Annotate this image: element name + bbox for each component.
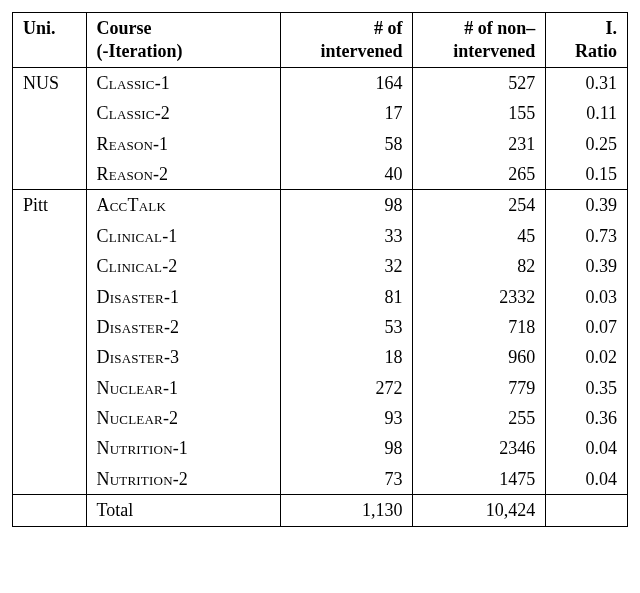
intervened-cell: 17 <box>280 98 413 128</box>
uni-cell: Pitt <box>13 190 87 221</box>
table-row: Disaster-18123320.03 <box>13 282 628 312</box>
intervened-cell: 73 <box>280 464 413 495</box>
intervened-cell: 18 <box>280 342 413 372</box>
non-intervened-cell: 265 <box>413 159 546 190</box>
course-name: Nuclear <box>97 408 163 428</box>
uni-cell <box>13 98 87 128</box>
course-suffix: -2 <box>155 103 170 123</box>
uni-cell <box>13 221 87 251</box>
intervened-cell: 81 <box>280 282 413 312</box>
table-footer: Total 1,130 10,424 <box>13 495 628 526</box>
non-intervened-cell: 45 <box>413 221 546 251</box>
course-cell: Reason-2 <box>86 159 280 190</box>
uni-cell <box>13 342 87 372</box>
ratio-cell: 0.39 <box>546 251 628 281</box>
total-nint: 10,424 <box>413 495 546 526</box>
uni-cell <box>13 464 87 495</box>
uni-cell <box>13 159 87 190</box>
ratio-cell: 0.36 <box>546 403 628 433</box>
course-suffix: -2 <box>164 317 179 337</box>
table-row: Clinical-133450.73 <box>13 221 628 251</box>
course-suffix: -3 <box>164 347 179 367</box>
intervened-cell: 40 <box>280 159 413 190</box>
course-name: Disaster <box>97 287 164 307</box>
ratio-cell: 0.73 <box>546 221 628 251</box>
course-cell: Classic-1 <box>86 67 280 98</box>
course-suffix: -1 <box>163 378 178 398</box>
intervened-cell: 164 <box>280 67 413 98</box>
course-cell: Nuclear-2 <box>86 403 280 433</box>
ratio-cell: 0.07 <box>546 312 628 342</box>
table-row: Disaster-3189600.02 <box>13 342 628 372</box>
course-suffix: -2 <box>173 469 188 489</box>
course-name: Classic <box>97 73 155 93</box>
intervened-cell: 58 <box>280 129 413 159</box>
ratio-cell: 0.04 <box>546 464 628 495</box>
course-name: Nutrition <box>97 469 173 489</box>
non-intervened-cell: 254 <box>413 190 546 221</box>
course-suffix: -2 <box>162 256 177 276</box>
ratio-cell: 0.02 <box>546 342 628 372</box>
course-name: Nuclear <box>97 378 163 398</box>
table-header: Uni. Course # of # of non– I. (-Iteratio… <box>13 13 628 68</box>
table-row: PittAccTalk982540.39 <box>13 190 628 221</box>
table-row: Nutrition-19823460.04 <box>13 433 628 463</box>
course-cell: Disaster-1 <box>86 282 280 312</box>
uni-cell: NUS <box>13 67 87 98</box>
col-int-header1: # of <box>280 13 413 41</box>
col-course-header1: Course <box>86 13 280 41</box>
total-ratio <box>546 495 628 526</box>
course-name: Disaster <box>97 347 164 367</box>
course-cell: Nutrition-1 <box>86 433 280 463</box>
course-suffix: -2 <box>153 164 168 184</box>
col-ratio-header1: I. <box>546 13 628 41</box>
table-row: Disaster-2537180.07 <box>13 312 628 342</box>
non-intervened-cell: 2346 <box>413 433 546 463</box>
non-intervened-cell: 231 <box>413 129 546 159</box>
course-name: Clinical <box>97 256 163 276</box>
table-row: Nuclear-12727790.35 <box>13 373 628 403</box>
ratio-cell: 0.25 <box>546 129 628 159</box>
course-cell: Nutrition-2 <box>86 464 280 495</box>
non-intervened-cell: 255 <box>413 403 546 433</box>
intervened-cell: 32 <box>280 251 413 281</box>
non-intervened-cell: 1475 <box>413 464 546 495</box>
course-suffix: -1 <box>162 226 177 246</box>
col-nint-header2: intervened <box>413 40 546 67</box>
table-row: Nuclear-2932550.36 <box>13 403 628 433</box>
uni-cell <box>13 403 87 433</box>
course-suffix: -1 <box>164 287 179 307</box>
course-suffix: -1 <box>173 438 188 458</box>
table-body: NUSClassic-11645270.31Classic-2171550.11… <box>13 67 628 494</box>
table-row: Classic-2171550.11 <box>13 98 628 128</box>
uni-cell <box>13 282 87 312</box>
ratio-cell: 0.15 <box>546 159 628 190</box>
course-cell: Disaster-2 <box>86 312 280 342</box>
intervened-cell: 93 <box>280 403 413 433</box>
course-name: Disaster <box>97 317 164 337</box>
table-row: Reason-2402650.15 <box>13 159 628 190</box>
intervened-cell: 98 <box>280 433 413 463</box>
intervened-cell: 272 <box>280 373 413 403</box>
ratio-cell: 0.31 <box>546 67 628 98</box>
non-intervened-cell: 779 <box>413 373 546 403</box>
total-label: Total <box>86 495 280 526</box>
ratio-cell: 0.03 <box>546 282 628 312</box>
course-cell: AccTalk <box>86 190 280 221</box>
course-cell: Clinical-1 <box>86 221 280 251</box>
uni-cell <box>13 312 87 342</box>
col-nint-header1: # of non– <box>413 13 546 41</box>
uni-cell <box>13 373 87 403</box>
total-row: Total 1,130 10,424 <box>13 495 628 526</box>
course-suffix: -1 <box>153 134 168 154</box>
uni-cell <box>13 251 87 281</box>
course-name: Nutrition <box>97 438 173 458</box>
course-cell: Clinical-2 <box>86 251 280 281</box>
non-intervened-cell: 718 <box>413 312 546 342</box>
course-suffix: -2 <box>163 408 178 428</box>
ratio-cell: 0.11 <box>546 98 628 128</box>
non-intervened-cell: 960 <box>413 342 546 372</box>
non-intervened-cell: 527 <box>413 67 546 98</box>
uni-cell <box>13 433 87 463</box>
col-uni-header1: Uni. <box>13 13 87 41</box>
